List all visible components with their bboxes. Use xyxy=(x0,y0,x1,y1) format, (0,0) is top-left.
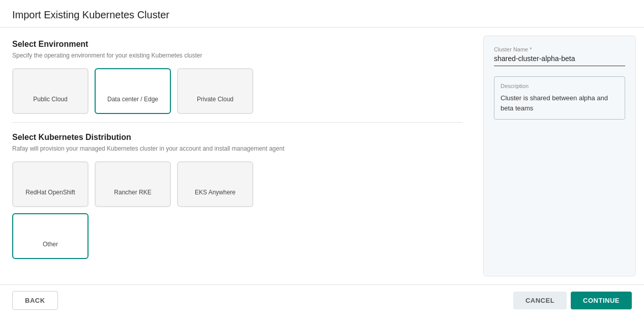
option-data-center-edge[interactable]: Data center / Edge xyxy=(95,68,171,114)
cluster-name-label: Cluster Name * xyxy=(494,46,625,52)
continue-button[interactable]: CONTINUE xyxy=(571,292,632,309)
data-center-label: Data center / Edge xyxy=(107,96,158,103)
right-panel: Cluster Name * shared-cluster-alpha-beta… xyxy=(483,36,636,276)
section-divider xyxy=(12,122,463,123)
left-panel: Select Environment Specify the operating… xyxy=(0,27,475,284)
distribution-description: Rafay will provision your managed Kubern… xyxy=(12,144,463,153)
option-eks-anywhere[interactable]: EKS Anywhere xyxy=(177,161,253,207)
distribution-section: Select Kubernetes Distribution Rafay wil… xyxy=(12,133,463,259)
option-private-cloud[interactable]: Private Cloud xyxy=(177,68,253,114)
distribution-options-row2: >_ Other xyxy=(12,213,463,259)
private-cloud-label: Private Cloud xyxy=(197,96,233,103)
cluster-name-value[interactable]: shared-cluster-alpha-beta xyxy=(494,54,625,66)
distribution-title: Select Kubernetes Distribution xyxy=(12,133,463,142)
footer: BACK CANCEL CONTINUE xyxy=(0,284,644,316)
option-rancher-rke[interactable]: RKE Rancher RKE xyxy=(95,161,171,207)
public-cloud-label: Public Cloud xyxy=(33,96,67,103)
cluster-name-group: Cluster Name * shared-cluster-alpha-beta xyxy=(494,46,625,66)
description-value[interactable]: Cluster is shared between alpha and beta… xyxy=(501,93,619,113)
option-redhat-openshift[interactable]: RedHat OpenShift xyxy=(12,161,89,207)
description-label: Description xyxy=(501,83,619,89)
eks-anywhere-label: EKS Anywhere xyxy=(195,189,236,196)
option-public-cloud[interactable]: Public Cloud xyxy=(12,68,89,114)
page-header: Import Existing Kubernetes Cluster xyxy=(0,0,644,27)
environment-options: Public Cloud Data center xyxy=(12,68,463,114)
back-button[interactable]: BACK xyxy=(12,291,58,310)
option-other[interactable]: >_ Other xyxy=(12,213,89,259)
other-label: Other xyxy=(43,241,58,248)
environment-title: Select Environment xyxy=(12,40,463,49)
environment-description: Specify the operating environment for yo… xyxy=(12,51,463,60)
rancher-rke-label: Rancher RKE xyxy=(114,189,151,196)
distribution-options-row1: RedHat OpenShift RKE Rancher RKE xyxy=(12,161,463,207)
description-group: Description Cluster is shared between al… xyxy=(494,76,625,120)
page-title: Import Existing Kubernetes Cluster xyxy=(12,9,632,21)
main-content: Select Environment Specify the operating… xyxy=(0,27,644,284)
environment-section: Select Environment Specify the operating… xyxy=(12,40,463,114)
cancel-button[interactable]: CANCEL xyxy=(513,292,567,309)
footer-right-buttons: CANCEL CONTINUE xyxy=(513,292,632,309)
redhat-openshift-label: RedHat OpenShift xyxy=(25,189,75,196)
